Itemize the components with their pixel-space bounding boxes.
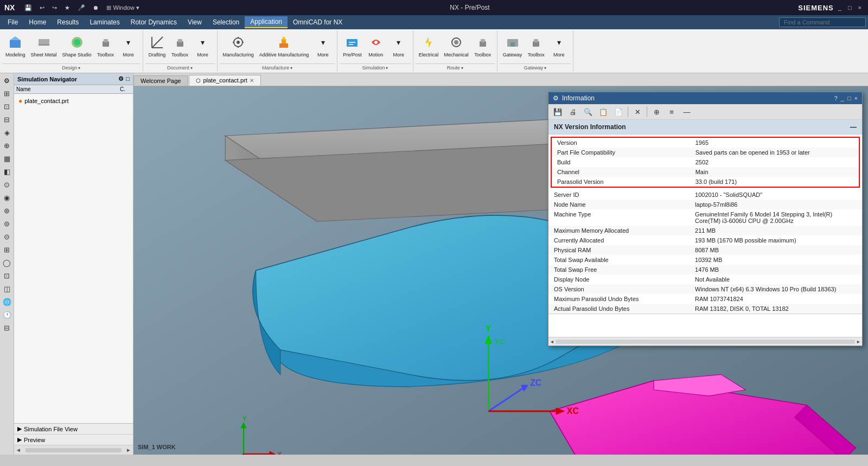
ribbon-btn-mechanical[interactable]: Mechanical <box>442 33 471 59</box>
menu-results[interactable]: Results <box>52 17 84 28</box>
left-tool-14[interactable]: ◯ <box>1 257 13 269</box>
left-tool-18[interactable]: 🕐 <box>1 309 13 321</box>
scroll-right-btn[interactable]: ► <box>126 447 131 453</box>
info-sep-2 <box>647 106 647 117</box>
menu-home[interactable]: Home <box>23 17 52 28</box>
info-close-btn[interactable]: × <box>854 95 858 101</box>
close-btn[interactable]: × <box>856 3 864 12</box>
settings-gear-btn[interactable]: ⚙ <box>2 75 12 86</box>
nav-section-preview[interactable]: ▶ Preview <box>14 435 133 445</box>
left-tool-11[interactable]: ⊜ <box>1 218 13 229</box>
left-tool-17[interactable]: 🌐 <box>1 296 13 308</box>
build-label: Build <box>552 157 690 167</box>
ribbon-btn-toolbox-doc[interactable]: Toolbox <box>169 33 191 59</box>
left-tool-13[interactable]: ⊞ <box>1 244 13 256</box>
hscroll-track[interactable] <box>556 340 855 344</box>
max-mem-value: 211 MB <box>690 226 862 235</box>
ribbon-btn-more-gateway[interactable]: ▾ More <box>548 33 570 59</box>
nav-settings-btn[interactable]: ⚙ <box>118 75 124 82</box>
svg-rect-7 <box>104 39 108 42</box>
ribbon-btn-sheet-metal[interactable]: Sheet Metal <box>29 33 59 59</box>
ribbon-btn-motion[interactable]: Motion <box>365 33 387 59</box>
left-tool-12[interactable]: ⊝ <box>1 231 13 242</box>
ribbon-btn-modeling[interactable]: Modeling <box>3 33 28 59</box>
ribbon-btn-prepost[interactable]: Pre/Post <box>341 33 364 59</box>
info-minimize-btn[interactable]: _ <box>841 95 844 101</box>
info-restore-btn[interactable]: □ <box>847 95 851 101</box>
scroll-left-btn[interactable]: ◄ <box>16 447 21 453</box>
ribbon-group-manufacture-content: Manufacturing Additive Manufacturing ▾ M… <box>220 31 335 63</box>
nx-collapse-btn[interactable]: — <box>850 123 857 131</box>
left-tool-16[interactable]: ◫ <box>1 283 13 295</box>
save-btn[interactable]: 💾 <box>22 3 34 12</box>
svg-point-14 <box>237 41 240 44</box>
left-tool-5[interactable]: ⊕ <box>1 139 13 151</box>
menu-selection[interactable]: Selection <box>207 17 245 28</box>
undo-btn[interactable]: ↩ <box>37 3 47 12</box>
info-print-btn[interactable]: 🖨 <box>566 105 580 118</box>
window-btn[interactable]: ⊞ Window ▾ <box>104 3 141 12</box>
pin-btn[interactable]: ★ <box>62 3 72 12</box>
info-copy-btn[interactable]: 📋 <box>596 105 610 118</box>
ribbon-btn-toolbox-route[interactable]: Toolbox <box>472 33 494 59</box>
info-save-btn[interactable]: 💾 <box>551 105 565 118</box>
left-tool-9[interactable]: ◉ <box>1 191 13 203</box>
ribbon-btn-more-design[interactable]: ▾ More <box>118 33 139 59</box>
nav-minimize-btn[interactable]: □ <box>126 75 130 82</box>
left-tool-2[interactable]: ⊡ <box>1 100 13 112</box>
ribbon-btn-more-mfg[interactable]: ▾ More <box>312 33 334 59</box>
nav-section-sim-file[interactable]: ▶ Simulation File View <box>14 424 133 435</box>
left-tool-1[interactable]: ⊞ <box>1 87 13 99</box>
left-tool-10[interactable]: ⊛ <box>1 205 13 216</box>
left-tool-6[interactable]: ▦ <box>1 152 13 164</box>
channel-value: Main <box>690 167 859 177</box>
record-btn[interactable]: ⏺ <box>91 3 101 12</box>
parasolid-value: 33.0 (build 171) <box>690 177 859 187</box>
info-col-btn[interactable]: ≡ <box>665 105 679 118</box>
ribbon-btn-gateway[interactable]: Gateway <box>501 33 525 59</box>
info-paste-btn[interactable]: 📄 <box>611 105 626 118</box>
ribbon-btn-toolbox-gateway[interactable]: Toolbox <box>525 33 547 59</box>
menu-view[interactable]: View <box>182 17 207 28</box>
info-clear-btn[interactable]: ✕ <box>630 105 644 118</box>
left-tool-8[interactable]: ⊙ <box>1 178 13 190</box>
find-command-input[interactable] <box>779 17 866 27</box>
maximize-btn[interactable]: □ <box>846 3 854 12</box>
ribbon-btn-additive[interactable]: Additive Manufacturing <box>257 33 311 59</box>
viewport-3d[interactable]: Y ZC XC YC Y <box>133 86 868 455</box>
ribbon-btn-electrical[interactable]: Electrical <box>417 33 441 59</box>
hscroll-right-btn[interactable]: ► <box>856 339 861 344</box>
info-help-btn[interactable]: ? <box>834 95 838 101</box>
ribbon-btn-more-sim[interactable]: ▾ More <box>388 33 410 59</box>
mic-btn[interactable]: 🎤 <box>75 3 87 12</box>
table-row: Total Swap Available 10392 MB <box>548 255 862 265</box>
ribbon-btn-drafting[interactable]: Drafting <box>146 33 168 59</box>
tab-close-btn[interactable]: ✕ <box>250 78 254 84</box>
tab-plate-contact[interactable]: ⬡ plate_contact.prt ✕ <box>189 75 260 86</box>
left-tool-7[interactable]: ◧ <box>1 165 13 177</box>
main-area: ⚙ ⊞ ⊡ ⊟ ◈ ⊕ ▦ ◧ ⊙ ◉ ⊛ ⊜ ⊝ ⊞ ◯ ⊡ ◫ 🌐 🕐 ⊟ … <box>0 73 868 455</box>
menu-file[interactable]: File <box>2 17 23 28</box>
ribbon-btn-shape-studio[interactable]: Shape Studio <box>60 33 94 59</box>
tab-welcome[interactable]: Welcome Page <box>133 75 188 86</box>
menu-omnicad[interactable]: OmniCAD for NX <box>288 17 348 28</box>
ribbon-btn-more-doc[interactable]: ▾ More <box>192 33 214 59</box>
hscroll-left-btn[interactable]: ◄ <box>550 339 554 344</box>
gateway-group-label: Gateway ▾ <box>500 63 571 71</box>
menu-application[interactable]: Application <box>245 16 288 28</box>
info-zoom-in-btn[interactable]: ⊕ <box>649 105 663 118</box>
menu-laminates[interactable]: Laminates <box>84 17 125 28</box>
left-tool-15[interactable]: ⊡ <box>1 270 13 282</box>
info-collapse-btn[interactable]: — <box>680 105 694 118</box>
redo-btn[interactable]: ↪ <box>50 3 59 12</box>
minimize-btn[interactable]: _ <box>836 3 844 12</box>
left-tool-3[interactable]: ⊟ <box>1 113 13 125</box>
left-tool-4[interactable]: ◈ <box>1 126 13 138</box>
nav-col-name: Name <box>16 86 120 92</box>
info-find-btn[interactable]: 🔍 <box>581 105 595 118</box>
ribbon-btn-manufacturing[interactable]: Manufacturing <box>221 33 256 59</box>
left-tool-19[interactable]: ⊟ <box>1 322 13 334</box>
menu-rotor-dynamics[interactable]: Rotor Dynamics <box>125 17 182 28</box>
nav-item-file[interactable]: ● plate_contact.prt <box>16 96 131 106</box>
ribbon-btn-toolbox-design[interactable]: Toolbox <box>95 33 117 59</box>
